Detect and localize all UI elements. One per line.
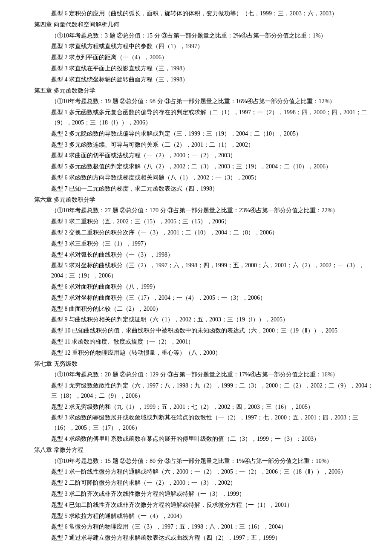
text-line-l43: 题型 5 求欧拉方程的通解或特解（一（4），2004） [51, 511, 375, 521]
text-line-l6: 题型 3 求直线在平面上的投影直线方程（三，1998） [51, 64, 375, 74]
text-line-l30: 题型 12 重积分的物理应用题（转动惯量，重心等）（八，2000） [51, 348, 375, 358]
text-line-l17: 第六章 多元函数积分学 [34, 195, 375, 205]
text-line-l25: 题型 7 求对坐标的曲面积分（三（17），2004；一（4），2005；一（3）… [51, 293, 375, 303]
text-line-l26: 题型 8 曲面积分的比较（二（2），2000） [51, 304, 375, 314]
text-line-l14: 题型 5 多元函数极值的判定或求解（八（2），2002；二（3），2003；三（… [51, 162, 375, 172]
text-line-l42: 题型 4 已知二阶线性齐次或非齐次微分方程的通解或特解，反求微分方程（一（1），… [51, 500, 375, 510]
text-line-l20: 题型 2 交换二重积分的积分次序（一（3），2001；二（10），2004；二（… [51, 228, 375, 238]
text-line-l40: 题型 2 二阶可降阶微分方程的求解（一（2），2000；一（3），2002） [51, 478, 375, 488]
main-content: 题型 6 定积分的应用（曲线的弧长，面积，旋转体的体积，变力做功等）（七，199… [17, 9, 375, 543]
text-line-l28: 题型 10 已知曲线积分的值，求曲线积分中被积函数中的未知函数的表达式（六，20… [51, 326, 375, 336]
text-line-l34: 题型 2 求无穷级数的和（九（1），1999；五，2001；七（2），2002；… [51, 402, 375, 412]
text-line-l39: 题型 1 求一阶线性微分方程的通解或特解（六，2000；一（2），2005；一（… [51, 467, 375, 477]
text-line-l8: 第五章 多元函数微分学 [34, 86, 375, 96]
text-line-l10: 题型 1 多元函数或多元复合函数的偏导的存在的判定或求解（二（1），1997；一… [51, 107, 375, 128]
text-line-l31: 第七章 无穷级数 [34, 359, 375, 369]
text-line-l44: 题型 6 常微分方程的物理应用（三（3），1997；五，1998；八，2001；… [51, 522, 375, 532]
text-line-l45: 题型 7 通过求导建立微分方程求解函数表达式或曲线方程（四（2），1997；五，… [51, 533, 375, 543]
text-line-l32: （①10年考题总数：20 题 ②总分值：129 分 ③占第一部分题量之比重：17… [51, 370, 375, 380]
text-line-l36: 题型 4 求函数的傅里叶系数或函数在某点的展开的傅里叶级数的值（二（3），199… [51, 434, 375, 444]
text-line-l1: 题型 6 定积分的应用（曲线的弧长，面积，旋转体的体积，变力做功等）（七，199… [51, 9, 375, 19]
text-line-l3: （①10年考题总数：3 题 ②总分值：15 分 ③占第一部分题量之比重：2%④占… [51, 31, 375, 41]
text-line-l41: 题型 3 求二阶齐次或非齐次线性微分方程的通解或特解（一（3），1999） [51, 489, 375, 499]
text-line-l11: 题型 2 多元隐函数的导数或偏导的求解或判定（三，1999；三（19），2004… [51, 129, 375, 139]
text-line-l19: 题型 1 求二重积分（五，2002；三（15），2005；三（15），2006） [51, 217, 375, 227]
text-line-l23: 题型 5 求对坐标的曲线积分（三（2），1997；六，1998；四，1999；五… [51, 260, 375, 281]
text-line-l33: 题型 1 无穷级数敛散性的判定（六，1997；八，1998；九（2），1999；… [51, 381, 375, 401]
text-line-l4: 题型 1 求直线方程或直线方程中的参数（四（1），1997） [51, 41, 375, 52]
text-line-l22: 题型 4 求对弧长的曲线积分（一（3），1998） [51, 250, 375, 260]
text-line-l35: 题型 3 求函数的幂级数展开或收敛域或判断其在端点的敛散性（一（2），1997；… [51, 413, 375, 433]
text-line-l15: 题型 6 求函数的方向导数或梯度或相关问题（八（1），2002；一（3），200… [51, 173, 375, 183]
text-line-l12: 题型 3 多元函数连续、可导与可微的关系（二（2），2001；二（1），2002… [51, 140, 375, 150]
text-line-l13: 题型 4 求曲面的切平面或法线方程（一（2），2000；一（2），2003） [51, 150, 375, 161]
text-line-l27: 题型 9 与曲线积分相关的判定或证明（六（1），2002；五，2003；三（19… [51, 315, 375, 325]
text-line-l16: 题型 7 已知一二元函数的梯度，求二元函数表达式（四，1998） [51, 184, 375, 194]
text-line-l29: 题型 11 求函数的梯度、散度或旋度（一（2），2001） [51, 337, 375, 347]
text-line-l21: 题型 3 求三重积分（三（1），1997） [51, 239, 375, 249]
text-line-l24: 题型 6 求对面积的曲面积分（八，1999） [51, 282, 375, 292]
text-line-l38: （①10年考题总数：15 题 ②总分值：80 分 ③占第一部分题量之比重：1%④… [51, 456, 375, 466]
text-line-l7: 题型 4 求直线绕坐标轴的旋转曲面方程（三，1998） [51, 75, 375, 85]
text-line-l5: 题型 2 求点到平面的距离（一（4），2006） [51, 52, 375, 63]
text-line-l9: （①10年考题总数：19 题 ②总分值：98 分 ③占第一部分题量之比重：16%… [51, 96, 375, 107]
text-line-l18: （①10年考题总数：27 题 ②总分值：170 分 ③占第一部分题量之比重：23… [51, 205, 375, 216]
text-line-l37: 第八章 常微分方程 [34, 445, 375, 455]
text-line-l2: 第四章 向量代数和空间解析几何 [34, 20, 375, 30]
